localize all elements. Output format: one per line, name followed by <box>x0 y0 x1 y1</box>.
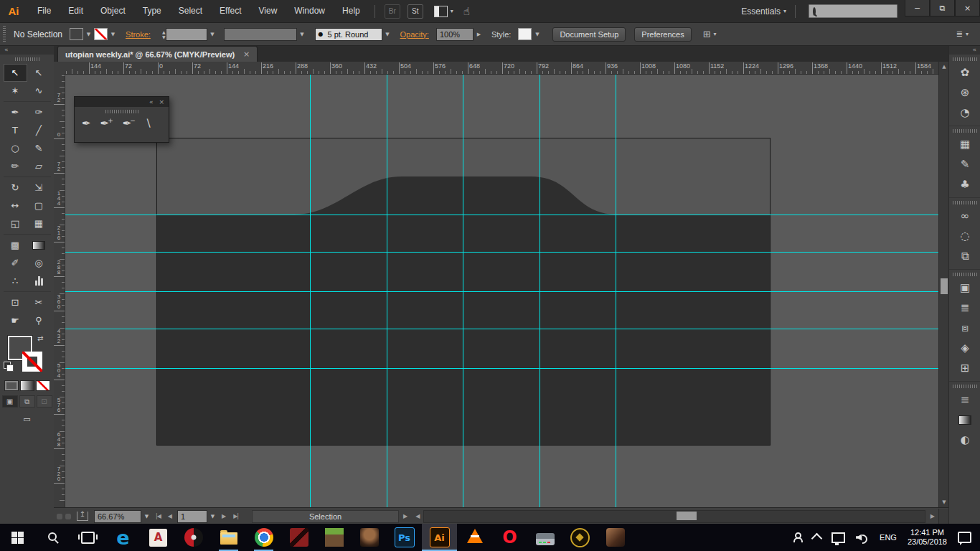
menu-help[interactable]: Help <box>334 0 369 22</box>
default-fill-stroke-icon[interactable] <box>4 362 12 370</box>
vertical-scrollbar[interactable]: ▲ ▼ <box>938 62 949 507</box>
taskbar-game-avatar[interactable] <box>352 524 387 551</box>
menu-select[interactable]: Select <box>170 0 211 22</box>
taskbar-edge[interactable]: e <box>105 524 141 551</box>
clock[interactable]: 12:41 PM 23/05/2018 <box>908 528 947 547</box>
pattern-options-panel-button[interactable]: ◌ <box>949 226 980 246</box>
pen-tool[interactable]: ✒ <box>82 117 91 130</box>
pen-tools-floating-panel[interactable]: « × ✒✒+✒−∖ <box>74 96 169 143</box>
scale-tool[interactable]: ⇲ <box>27 179 51 197</box>
arrange-documents-icon[interactable] <box>434 6 448 17</box>
opacity-field[interactable]: 100% <box>436 28 473 41</box>
panel-collapse-icon[interactable]: « <box>149 98 154 105</box>
previous-artboard-button[interactable]: ◀ <box>164 513 176 519</box>
taskbar-chrome[interactable] <box>246 524 281 551</box>
zoom-level-field[interactable]: 66.67% <box>94 510 141 523</box>
taskbar-start[interactable] <box>0 524 35 551</box>
menu-effect[interactable]: Effect <box>211 0 250 22</box>
tools-collapse-button[interactable]: « <box>0 44 54 55</box>
delete-anchor-point-tool[interactable]: ✒− <box>123 117 136 130</box>
stroke-weight-field[interactable] <box>166 28 207 41</box>
vertical-guide[interactable] <box>463 74 463 507</box>
horizontal-guide[interactable] <box>65 368 938 369</box>
style-dropdown-icon[interactable]: ▼ <box>533 32 541 37</box>
transform-panel-button[interactable]: ▣ <box>949 278 980 298</box>
shape-builder-tool[interactable]: ◱ <box>4 215 27 232</box>
rotate-tool[interactable]: ↻ <box>4 179 27 197</box>
symbols-panel-button[interactable]: ♣ <box>949 174 980 194</box>
scroll-down-icon[interactable]: ▼ <box>939 498 949 507</box>
scroll-up-icon[interactable]: ▲ <box>939 62 949 71</box>
gradient-tool[interactable] <box>27 236 51 254</box>
language-indicator[interactable]: ENG <box>880 533 897 542</box>
taskbar-shooter-game[interactable] <box>598 524 633 551</box>
zoom-tool[interactable]: ⚲ <box>27 311 51 329</box>
dock-grip[interactable] <box>953 385 977 388</box>
last-artboard-button[interactable]: ▶| <box>230 513 242 519</box>
tools-grip[interactable] <box>15 57 39 61</box>
width-profile-field[interactable] <box>224 28 297 41</box>
canvas[interactable] <box>65 74 938 507</box>
share-export-icon[interactable]: ↥ <box>77 512 88 521</box>
fill-color-swatch[interactable] <box>70 28 83 40</box>
panel-grip[interactable] <box>1 26 6 43</box>
hidden-icons-chevron-icon[interactable] <box>811 533 823 545</box>
status-display-field[interactable]: Selection <box>252 510 399 523</box>
stroke-weight-dropdown-icon[interactable]: ▼ <box>209 32 217 37</box>
color-panel-panel-button[interactable]: ✿ <box>949 62 980 83</box>
layers-panel-button[interactable]: ◈ <box>949 338 980 358</box>
restore-button[interactable]: ⧉ <box>930 0 955 17</box>
width-tool[interactable]: ↔ <box>4 197 27 215</box>
stroke-proxy-swatch[interactable] <box>22 352 42 372</box>
vertical-guide[interactable] <box>310 74 311 507</box>
bridge-button[interactable]: Br <box>385 4 400 19</box>
align-panel-button[interactable]: ≣ <box>949 298 980 318</box>
gradient-panel-button[interactable] <box>949 410 980 430</box>
dock-grip[interactable] <box>953 201 977 204</box>
swap-fill-stroke-icon[interactable]: ⇄ <box>37 334 43 342</box>
column-graph-tool[interactable] <box>27 272 51 290</box>
lasso-tool[interactable]: ∿ <box>27 82 51 100</box>
style-swatch[interactable] <box>518 28 532 40</box>
add-anchor-point-tool[interactable]: ✒+ <box>100 117 113 130</box>
brushes-panel-button[interactable]: ✎ <box>949 154 980 174</box>
taskbar-dota2[interactable] <box>281 524 316 551</box>
slice-tool[interactable]: ✂ <box>27 293 51 311</box>
blend-tool[interactable]: ◎ <box>27 254 51 272</box>
app-search-box[interactable] <box>809 4 897 18</box>
brush-definition-field[interactable]: ● 5 pt. Round <box>315 28 382 41</box>
free-transform-tool[interactable]: ▢ <box>27 197 51 215</box>
minimize-button[interactable]: ─ <box>905 0 930 17</box>
hill-shape-path[interactable] <box>157 176 770 445</box>
menu-file[interactable]: File <box>29 0 60 22</box>
graphic-styles-panel-button[interactable]: ⧉ <box>949 246 980 266</box>
gradient-button[interactable] <box>20 380 34 391</box>
draw-behind-button[interactable]: ⧉ <box>19 395 35 408</box>
ellipse-tool[interactable]: ○ <box>4 139 27 157</box>
menu-window[interactable]: Window <box>286 0 334 22</box>
symbol-sprayer-tool[interactable]: ∴ <box>4 272 27 290</box>
panel-close-icon[interactable]: × <box>159 98 164 105</box>
scroll-right-icon[interactable]: ▶ <box>927 513 938 519</box>
pen-tool[interactable]: ✒ <box>4 103 27 121</box>
cc-libraries-panel-button[interactable]: ∞ <box>949 206 980 226</box>
people-icon[interactable] <box>793 532 802 542</box>
stroke-weight-label[interactable]: Stroke: <box>126 30 151 39</box>
status-expand-icon[interactable]: ▶ <box>399 513 412 519</box>
taskbar-task-view[interactable] <box>70 524 105 551</box>
horizontal-ruler[interactable]: 1447207214421628836043250457664872079286… <box>65 62 938 75</box>
control-panel-menu[interactable]: ≣ ▾ <box>956 29 971 39</box>
width-profile-dropdown-icon[interactable]: ▼ <box>298 32 306 37</box>
taskbar-search[interactable] <box>35 524 70 551</box>
direct-selection-tool[interactable]: ↖ <box>27 64 51 82</box>
pencil-tool[interactable]: ✏ <box>4 157 27 175</box>
opacity-label[interactable]: Opacity: <box>400 30 429 39</box>
menu-type[interactable]: Type <box>134 0 170 22</box>
horizontal-guide[interactable] <box>65 329 938 329</box>
ruler-origin-corner[interactable] <box>54 62 65 75</box>
swatches-panel-button[interactable]: ▦ <box>949 134 980 154</box>
network-icon[interactable] <box>831 532 845 543</box>
menu-view[interactable]: View <box>250 0 286 22</box>
dock-grip[interactable] <box>953 129 977 133</box>
pathfinder-panel-button[interactable]: ⧈ <box>949 318 980 338</box>
